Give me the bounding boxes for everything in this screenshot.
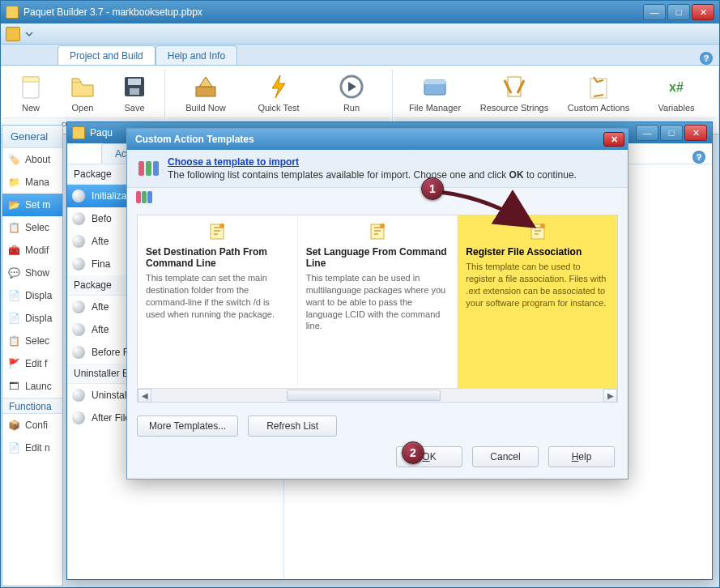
- refresh-list-button[interactable]: Refresh List: [248, 415, 337, 437]
- binder-icon: [137, 156, 160, 179]
- more-templates-button[interactable]: More Templates...: [137, 415, 238, 437]
- svg-rect-3: [128, 79, 141, 85]
- secondary-help-icon[interactable]: ?: [692, 151, 705, 164]
- sphere-icon: [72, 258, 85, 271]
- svg-rect-1: [23, 77, 39, 82]
- build-now-button[interactable]: Build Now: [170, 70, 241, 116]
- quick-test-button[interactable]: Quick Test: [243, 70, 314, 116]
- document-icon: 📄: [7, 289, 20, 302]
- edit-icon: 📄: [7, 441, 20, 454]
- template-desc: This template can be used to register a …: [466, 261, 609, 309]
- svg-rect-12: [138, 161, 144, 176]
- sidebar-item-launch[interactable]: 🗔Launc: [2, 375, 62, 398]
- side-header-functional: Functiona: [2, 398, 62, 414]
- template-title: Set Language From Command Line: [306, 246, 449, 269]
- scroll-left-icon[interactable]: ◀: [138, 389, 151, 403]
- package-icon: 📦: [7, 419, 20, 432]
- main-maximize-button[interactable]: □: [667, 4, 690, 20]
- template-card-dest-path[interactable]: Set Destination Path From Command Line T…: [138, 215, 298, 388]
- secondary-maximize-button[interactable]: □: [660, 125, 683, 141]
- play-icon: [339, 74, 364, 100]
- save-icon: [121, 74, 147, 100]
- new-icon: [18, 74, 44, 100]
- list-icon: 📋: [7, 221, 20, 234]
- template-title: Set Destination Path From Command Line: [146, 246, 289, 269]
- sidebar-item-editf[interactable]: 🚩Edit f: [2, 352, 62, 375]
- template-list-scrollbar[interactable]: ◀ ▶: [138, 388, 617, 402]
- svg-rect-13: [146, 161, 151, 176]
- list-icon: 📋: [7, 334, 20, 347]
- template-card-language[interactable]: Set Language From Command Line This temp…: [298, 215, 458, 388]
- sphere-icon: [72, 323, 85, 336]
- custom-actions-icon: [586, 74, 611, 100]
- variables-button[interactable]: x# Variables: [641, 70, 712, 116]
- template-desc: This template can set the main destinati…: [146, 272, 289, 320]
- scroll-thumb[interactable]: [287, 390, 441, 401]
- dialog-close-button[interactable]: ✕: [603, 132, 624, 147]
- tab-help-info[interactable]: Help and Info: [156, 45, 237, 65]
- sidebar-item-setm[interactable]: 📂Set m: [2, 194, 62, 216]
- sidebar-item-select-2[interactable]: 📋Selec: [2, 330, 62, 352]
- template-icon: [207, 222, 227, 241]
- scroll-right-icon[interactable]: ▶: [603, 389, 617, 403]
- file-manager-button[interactable]: File Manager: [399, 70, 471, 116]
- sidebar-item-display-2[interactable]: 📄Displa: [2, 307, 62, 330]
- sidebar-item-display-1[interactable]: 📄Displa: [2, 284, 62, 307]
- template-icon: [368, 222, 387, 241]
- dialog-info-text: The following list contains templates av…: [168, 169, 577, 181]
- template-title: Register File Association: [466, 246, 609, 258]
- svg-point-19: [219, 224, 224, 228]
- annotation-marker-2: 2: [402, 441, 424, 464]
- template-card-register-assoc[interactable]: Register File Association This template …: [458, 215, 617, 388]
- annotation-marker-1: 1: [421, 177, 444, 200]
- open-icon: [70, 74, 96, 100]
- quick-access-dropdown-icon[interactable]: [25, 30, 33, 38]
- svg-rect-4: [130, 88, 139, 95]
- sidebar-item-modify[interactable]: 🧰Modif: [2, 239, 62, 262]
- cancel-button[interactable]: Cancel: [472, 446, 539, 467]
- custom-action-templates-dialog: Custom Action Templates ✕ Choose a templ…: [126, 128, 628, 479]
- tab-project-build[interactable]: Project and Build: [58, 45, 156, 65]
- app-icon: [6, 6, 19, 19]
- build-icon: [193, 74, 219, 100]
- flag-icon: 🚩: [7, 357, 20, 370]
- save-button[interactable]: Save: [109, 70, 160, 116]
- sphere-icon: [72, 411, 85, 424]
- svg-text:x#: x#: [669, 80, 684, 94]
- custom-actions-button[interactable]: Custom Actions: [558, 70, 639, 116]
- folder-open-icon: 📂: [7, 198, 20, 211]
- resource-strings-icon: [501, 74, 527, 100]
- quick-access-icon[interactable]: [6, 27, 20, 41]
- scroll-track[interactable]: [151, 389, 603, 402]
- svg-rect-14: [153, 161, 159, 176]
- dialog-infobar: Choose a template to import The followin…: [127, 150, 628, 188]
- resource-strings-button[interactable]: Resource Strings: [472, 70, 556, 116]
- sidebar-item-config[interactable]: 📦Confi: [2, 414, 62, 437]
- new-button[interactable]: New: [6, 70, 56, 116]
- sphere-icon: [72, 235, 85, 248]
- sphere-icon: [72, 346, 85, 359]
- dialog-link-choose-template[interactable]: Choose a template to import: [168, 156, 299, 168]
- main-tabs-row: Project and Build Help and Info ?: [1, 45, 719, 66]
- left-side-panel: General 🏷️About 📁Mana 📂Set m 📋Selec 🧰Mod…: [2, 125, 63, 586]
- secondary-minimize-button[interactable]: —: [636, 125, 658, 141]
- sidebar-item-manage[interactable]: 📁Mana: [2, 171, 62, 194]
- sidebar-item-show[interactable]: 💬Show: [2, 262, 62, 284]
- help-icon[interactable]: ?: [700, 52, 713, 65]
- binder-small-icon: [135, 188, 153, 206]
- sidebar-item-about[interactable]: 🏷️About: [2, 148, 62, 171]
- template-list: Set Destination Path From Command Line T…: [137, 215, 618, 403]
- main-close-button[interactable]: ✕: [692, 4, 714, 20]
- sidebar-item-select-1[interactable]: 📋Selec: [2, 216, 62, 239]
- run-button[interactable]: Run: [316, 70, 387, 116]
- dialog-title-text: Custom Action Templates: [135, 134, 254, 145]
- secondary-close-button[interactable]: ✕: [684, 125, 707, 141]
- svg-point-23: [540, 224, 545, 228]
- open-button[interactable]: Open: [58, 70, 108, 116]
- main-minimize-button[interactable]: —: [643, 4, 666, 20]
- svg-rect-9: [508, 77, 521, 96]
- sphere-icon: [72, 190, 85, 202]
- help-button[interactable]: Help: [548, 446, 615, 467]
- svg-rect-17: [147, 191, 152, 203]
- sidebar-item-editn[interactable]: 📄Edit n: [2, 437, 62, 459]
